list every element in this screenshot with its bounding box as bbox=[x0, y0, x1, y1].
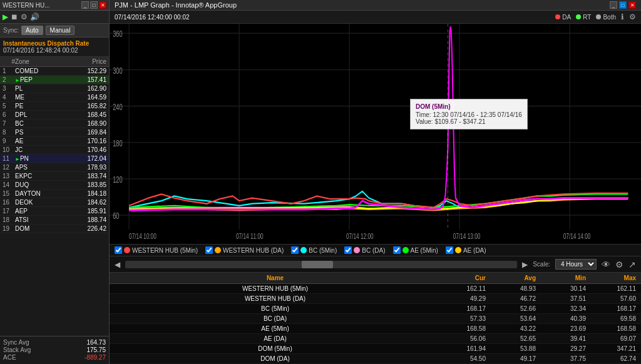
settings-icon[interactable]: ⚙ bbox=[21, 13, 28, 21]
dt-name: BC (DA) bbox=[115, 315, 436, 322]
zone-row[interactable]: 16 DEOK 184.62 bbox=[0, 198, 109, 207]
zone-name: ATSI bbox=[15, 216, 72, 223]
rt-label: RT bbox=[583, 14, 591, 21]
chart-checkbox[interactable] bbox=[291, 246, 299, 254]
svg-text:240: 240 bbox=[113, 102, 123, 111]
zone-price: 162.90 bbox=[72, 85, 106, 92]
scroll-left-icon[interactable]: ◀ bbox=[115, 260, 120, 269]
info-icon[interactable]: ℹ bbox=[621, 13, 624, 21]
legend-both: Both bbox=[596, 14, 616, 21]
zone-price: 178.93 bbox=[72, 164, 106, 171]
zone-name: ►PN bbox=[15, 155, 72, 162]
arrow-icon: ► bbox=[15, 156, 20, 162]
zone-row[interactable]: 14 DUQ 183.85 bbox=[0, 181, 109, 190]
zone-name: PL bbox=[15, 85, 72, 92]
svg-text:07/14 14:00: 07/14 14:00 bbox=[563, 233, 591, 241]
zone-row[interactable]: 9 AE 170.16 bbox=[0, 137, 109, 146]
zone-price: 170.16 bbox=[72, 138, 106, 144]
manual-button[interactable]: Manual bbox=[46, 26, 75, 35]
left-title: WESTERN HU... bbox=[3, 2, 50, 9]
chart-time: 07/14/2016 12:40:00 00:02 bbox=[115, 14, 190, 21]
zone-row[interactable]: 8 PS 169.84 bbox=[0, 128, 109, 137]
right-maximize-btn[interactable]: □ bbox=[619, 1, 627, 9]
zone-row[interactable]: 11 ►PN 172.04 bbox=[0, 154, 109, 163]
chart-checkboxes: WESTERN HUB (5Min) WESTERN HUB (DA) BC (… bbox=[110, 245, 641, 256]
zone-row[interactable]: 2 ►PEP 157.41 bbox=[0, 76, 109, 84]
zone-price: 169.84 bbox=[72, 129, 106, 136]
chart-checkbox[interactable] bbox=[115, 246, 122, 254]
col-name-header: Name bbox=[115, 275, 436, 281]
zone-row[interactable]: 7 BC 168.90 bbox=[0, 119, 109, 128]
chart-checkbox[interactable] bbox=[205, 246, 213, 254]
chart-checkbox[interactable] bbox=[446, 246, 453, 254]
zone-row[interactable]: 10 JC 170.46 bbox=[0, 146, 109, 154]
cb-label: AE (DA) bbox=[463, 247, 486, 254]
zone-price: 183.85 bbox=[72, 181, 106, 188]
svg-text:360: 360 bbox=[113, 29, 123, 39]
dt-cur: 56.06 bbox=[436, 335, 486, 342]
stop-icon[interactable]: ⏹ bbox=[11, 13, 18, 21]
scale-label: Scale: bbox=[533, 261, 550, 268]
zone-row[interactable]: 19 DOM 226.42 bbox=[0, 225, 109, 233]
col-max-header: Max bbox=[586, 275, 636, 281]
play-icon[interactable]: ▶ bbox=[3, 13, 8, 21]
dispatch-time: 07/14/2016 12:48:24 00:02 bbox=[3, 47, 106, 54]
zone-row[interactable]: 12 APS 178.93 bbox=[0, 163, 109, 172]
scroll-right-icon[interactable]: ▶ bbox=[522, 260, 528, 269]
data-table-row: AE (5Min) 168.58 43.22 23.69 168.58 bbox=[110, 324, 641, 334]
scale-select[interactable]: 4 Hours 1 Hour 2 Hours 8 Hours 1 Day bbox=[555, 259, 597, 270]
eye-icon[interactable]: 👁 bbox=[602, 260, 610, 270]
zone-row[interactable]: 1 COMED 152.29 bbox=[0, 67, 109, 76]
zone-name: PE bbox=[15, 103, 72, 109]
right-title: PJM - LMP Graph - Innotap® AppGroup bbox=[115, 1, 237, 9]
dt-avg: 53.88 bbox=[486, 345, 536, 352]
zone-price: 168.90 bbox=[72, 120, 106, 127]
auto-button[interactable]: Auto bbox=[21, 26, 43, 35]
cb-label: AE (5Min) bbox=[411, 247, 438, 254]
dt-rows-container: WESTERN HUB (5Min) 162.11 48.93 30.14 16… bbox=[110, 284, 641, 364]
zone-name: BC bbox=[15, 120, 72, 127]
zone-price: 184.62 bbox=[72, 199, 106, 206]
zone-row[interactable]: 18 ATSI 188.74 bbox=[0, 216, 109, 225]
chart-checkbox-item: AE (5Min) bbox=[393, 246, 438, 254]
volume-icon[interactable]: 🔊 bbox=[30, 13, 39, 21]
right-close-btn[interactable]: ✕ bbox=[628, 1, 636, 9]
zone-name: ME bbox=[15, 94, 72, 101]
win-controls: _ □ ✕ bbox=[610, 1, 636, 9]
cb-dot bbox=[354, 247, 360, 253]
zone-row[interactable]: 5 PE 165.82 bbox=[0, 102, 109, 111]
zone-row[interactable]: 6 DPL 168.45 bbox=[0, 111, 109, 119]
dt-min: 37.75 bbox=[536, 355, 586, 362]
zone-row[interactable]: 3 PL 162.90 bbox=[0, 84, 109, 93]
zone-price: 184.18 bbox=[72, 190, 106, 197]
zone-num: 16 bbox=[3, 199, 15, 206]
right-minimize-btn[interactable]: _ bbox=[610, 1, 617, 9]
cb-label: WESTERN HUB (DA) bbox=[223, 247, 284, 254]
data-table-row: BC (5Min) 168.17 52.66 32.34 168.17 bbox=[110, 304, 641, 314]
zone-row[interactable]: 17 AEP 185.91 bbox=[0, 207, 109, 216]
zone-num: 7 bbox=[3, 120, 15, 127]
data-table-row: BC (DA) 57.33 53.64 40.39 69.58 bbox=[110, 314, 641, 324]
chart-checkbox[interactable] bbox=[344, 246, 352, 254]
rt-dot bbox=[576, 14, 581, 19]
zone-name: DEOK bbox=[15, 199, 72, 206]
cb-dot bbox=[300, 247, 307, 253]
scroll-thumb[interactable] bbox=[302, 261, 333, 268]
settings2-icon[interactable]: ⚙ bbox=[629, 13, 636, 21]
minimize-btn[interactable]: _ bbox=[81, 1, 89, 9]
close-btn[interactable]: ✕ bbox=[99, 1, 106, 9]
maximize-btn[interactable]: □ bbox=[90, 1, 98, 9]
chart-checkbox[interactable] bbox=[393, 246, 401, 254]
zone-row[interactable]: 13 EKPC 183.74 bbox=[0, 172, 109, 181]
zone-row[interactable]: 4 ME 164.59 bbox=[0, 93, 109, 102]
zone-row[interactable]: 15 DAYTON 184.18 bbox=[0, 190, 109, 198]
chart-settings-icon[interactable]: ⚙ bbox=[615, 260, 623, 270]
zone-table: # Zone Price 1 COMED 152.29 2 ►PEP 157.4… bbox=[0, 57, 109, 336]
dt-cur: 162.11 bbox=[436, 285, 486, 292]
zone-num: 15 bbox=[3, 190, 15, 197]
export-icon[interactable]: ↗ bbox=[628, 260, 636, 270]
scroll-track[interactable] bbox=[125, 261, 517, 268]
right-panel: PJM - LMP Graph - Innotap® AppGroup _ □ … bbox=[110, 0, 641, 364]
dt-cur: 168.58 bbox=[436, 325, 486, 332]
dt-avg: 46.72 bbox=[486, 295, 536, 302]
